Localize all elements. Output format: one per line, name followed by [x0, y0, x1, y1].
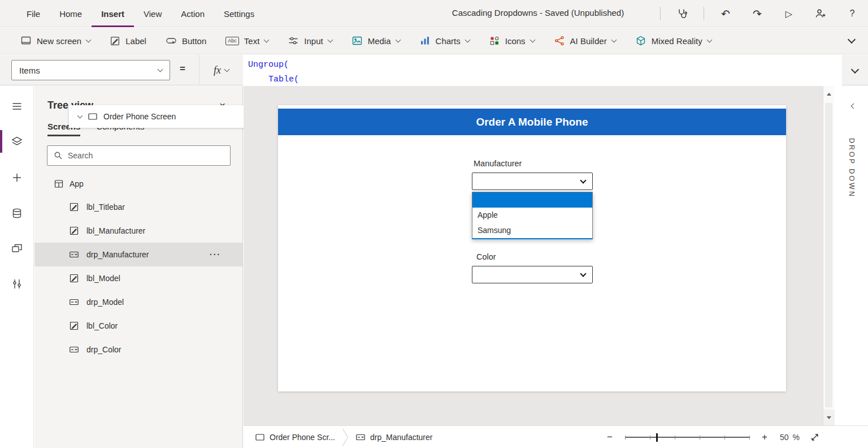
- color-label[interactable]: Color: [476, 252, 496, 261]
- top-menu-bar: File Home Insert View Action Settings Ca…: [0, 0, 868, 27]
- tree-item-lbl_Model[interactable]: lbl_Model: [34, 266, 242, 290]
- ribbon-new-screen[interactable]: New screen: [20, 35, 90, 46]
- zoom-slider[interactable]: [625, 432, 749, 442]
- dropdown-option-samsung[interactable]: Samsung: [472, 223, 592, 238]
- tree-item-label: lbl_Color: [86, 321, 118, 330]
- zoom-out-button[interactable]: −: [605, 432, 615, 443]
- property-selector[interactable]: Items: [11, 60, 170, 80]
- property-name: Items: [19, 66, 40, 75]
- tree-item-label: drp_Model: [86, 298, 124, 307]
- ribbon-collapse-button[interactable]: [848, 36, 856, 44]
- preview-button[interactable]: ▷: [779, 3, 799, 24]
- menu-action[interactable]: Action: [171, 0, 214, 27]
- tree-view-panel: Tree view × Screens Components App Order…: [34, 86, 243, 448]
- formula-line-2: Table(: [248, 72, 842, 85]
- hamburger-icon: [11, 101, 23, 112]
- chevron-down-icon: [611, 37, 617, 42]
- chevron-down-icon: [580, 270, 586, 277]
- redo-button[interactable]: ↷: [747, 3, 767, 24]
- screen-icon: [88, 111, 98, 122]
- scrollbar-thumb[interactable]: [825, 103, 832, 407]
- tree-item-label: App: [70, 179, 84, 188]
- undo-button[interactable]: ↶: [715, 3, 736, 24]
- tree-item-drp_Color[interactable]: drp_Color: [34, 338, 242, 361]
- ribbon-text[interactable]: Abc Text: [225, 36, 268, 46]
- tree-item-drp_Manufacturer[interactable]: drp_Manufacturer ···: [34, 243, 242, 266]
- slider-tick: [749, 436, 750, 440]
- search-input[interactable]: [47, 145, 231, 166]
- tree-item-drp_Model[interactable]: drp_Model: [34, 290, 242, 314]
- menu-settings[interactable]: Settings: [214, 0, 264, 27]
- tree-item-lbl_Manufacturer[interactable]: lbl_Manufacturer: [34, 219, 242, 243]
- breadcrumb-screen[interactable]: Order Phone Scr...: [244, 426, 342, 448]
- tree-item-lbl_Color[interactable]: lbl_Color: [34, 314, 242, 338]
- slider-track: [625, 437, 749, 438]
- chevron-down-icon: [327, 37, 333, 42]
- more-options-button[interactable]: ···: [210, 250, 221, 259]
- menu-view[interactable]: View: [134, 0, 171, 27]
- fx-selector[interactable]: fx: [199, 55, 243, 85]
- rail-insert-button[interactable]: [0, 165, 34, 190]
- button-icon: [166, 35, 177, 46]
- chevron-down-icon: [395, 37, 401, 42]
- design-canvas[interactable]: Order A Mobile Phone Manufacturer Apple …: [244, 86, 823, 425]
- ribbon-icons[interactable]: Icons: [489, 35, 535, 46]
- ribbon-input[interactable]: Input: [288, 35, 332, 46]
- scroll-up-button[interactable]: [823, 86, 835, 102]
- ribbon-label: Label: [125, 36, 146, 46]
- menu-insert[interactable]: Insert: [92, 0, 134, 27]
- expand-panel-button[interactable]: [850, 104, 856, 109]
- chevron-down-icon: [530, 37, 535, 42]
- mixed-reality-icon: [635, 35, 646, 46]
- menu-home[interactable]: Home: [50, 0, 92, 27]
- dropdown-option-apple[interactable]: Apple: [472, 208, 592, 223]
- breadcrumb-label: drp_Manufacturer: [370, 433, 433, 442]
- ribbon-label-control[interactable]: Label: [110, 36, 146, 46]
- zoom-in-button[interactable]: +: [760, 432, 770, 443]
- manufacturer-dropdown[interactable]: [472, 173, 593, 190]
- chevron-down-icon[interactable]: [77, 113, 83, 118]
- formula-bar: Items = fx Ungroup( Table(: [0, 55, 868, 85]
- rail-media-button[interactable]: [0, 236, 34, 261]
- ribbon-charts[interactable]: Charts: [419, 35, 470, 46]
- manufacturer-label[interactable]: Manufacturer: [474, 159, 522, 168]
- formula-line-1: Ungroup(: [248, 58, 842, 72]
- zoom-slider-thumb[interactable]: [656, 433, 658, 442]
- add-person-icon: [815, 8, 826, 19]
- ribbon-label: Button: [182, 36, 206, 46]
- triangle-up-icon: [827, 93, 831, 96]
- fx-icon: fx: [214, 64, 221, 76]
- color-dropdown[interactable]: [472, 266, 593, 283]
- titlebar-label[interactable]: Order A Mobile Phone: [278, 109, 786, 135]
- chevron-down-icon: [158, 66, 163, 72]
- ribbon-ai-builder[interactable]: AI Builder: [554, 35, 616, 46]
- app-screen[interactable]: Order A Mobile Phone Manufacturer Apple …: [278, 105, 786, 391]
- dropdown-option-blank[interactable]: [472, 192, 592, 208]
- tree-item-app[interactable]: App: [34, 173, 242, 195]
- app-checker-button[interactable]: [672, 3, 692, 24]
- app-icon: [54, 179, 64, 189]
- label-control-icon: [69, 273, 79, 283]
- ribbon-media[interactable]: Media: [351, 35, 400, 46]
- tree-view-icon: [11, 135, 23, 148]
- ribbon-mixed-reality[interactable]: Mixed Reality: [635, 35, 711, 46]
- rail-data-button[interactable]: [0, 201, 34, 226]
- hamburger-menu-button[interactable]: [0, 94, 34, 119]
- share-button[interactable]: [810, 3, 831, 24]
- canvas-scrollbar[interactable]: [823, 86, 834, 425]
- formula-input[interactable]: Ungroup( Table(: [243, 55, 842, 85]
- formula-bar-expand-button[interactable]: [851, 66, 859, 74]
- rail-tree-view-button[interactable]: [0, 129, 34, 154]
- tree-item-lbl_Titlebar[interactable]: lbl_Titlebar: [34, 195, 242, 219]
- scroll-down-button[interactable]: [823, 410, 835, 425]
- breadcrumb-control[interactable]: drp_Manufacturer: [349, 426, 440, 448]
- help-button[interactable]: ?: [842, 3, 862, 24]
- ribbon-button-control[interactable]: Button: [166, 35, 206, 46]
- menu-file[interactable]: File: [17, 0, 50, 27]
- fit-to-window-button[interactable]: [810, 432, 820, 442]
- label-icon: [110, 36, 120, 46]
- label-control-icon: [69, 202, 79, 212]
- breadcrumb-label: Order Phone Scr...: [270, 433, 335, 442]
- rail-advanced-tools-button[interactable]: [0, 272, 34, 296]
- app-title: Cascading Dropdowns - Saved (Unpublished…: [452, 8, 624, 18]
